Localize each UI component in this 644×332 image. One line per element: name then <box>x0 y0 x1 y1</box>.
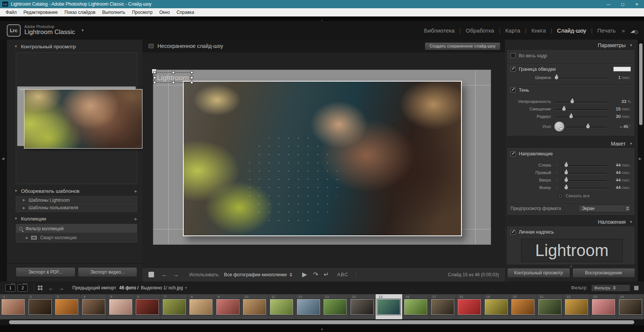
filmstrip-thumbnail[interactable]: 18 <box>456 294 483 319</box>
thumbnail-image[interactable] <box>619 299 642 315</box>
margin-link-checkbox[interactable] <box>555 186 559 190</box>
smart-collections-row[interactable]: ▶ Смарт-коллекции <box>16 233 137 242</box>
slider-track[interactable] <box>555 106 607 112</box>
guides-row[interactable]: Направляющие <box>511 149 631 158</box>
panel-down-icon[interactable]: ▼ <box>629 43 633 47</box>
thumbnail-image[interactable] <box>28 299 52 315</box>
back-arrow-icon[interactable]: ← <box>48 285 54 291</box>
slider-track[interactable] <box>562 170 607 175</box>
module-tab[interactable]: Слайд-шоу <box>546 27 586 34</box>
filter-dropdown[interactable]: Фильтры выключ... <box>591 284 630 292</box>
dropdown-stepper-icon[interactable] <box>613 286 629 290</box>
slider-thumb[interactable] <box>569 115 573 119</box>
slider-thumb[interactable] <box>564 163 568 167</box>
thumbnail-image[interactable] <box>109 299 132 315</box>
module-tab[interactable]: Печать <box>586 27 616 34</box>
slider-track[interactable] <box>567 124 607 129</box>
thumbnail-image[interactable] <box>1 299 25 315</box>
menu-item[interactable]: Показ слайдов <box>61 8 99 16</box>
filmstrip-caret-icon[interactable]: ▾ <box>185 286 187 290</box>
preview-button[interactable]: Контрольный просмотр <box>507 268 570 278</box>
left-panel-collapse-strip[interactable]: ◀ <box>0 40 7 281</box>
thumbnail-image[interactable] <box>216 299 240 315</box>
close-icon[interactable]: ✕ <box>630 0 644 8</box>
filmstrip-thumbnail[interactable]: 23 <box>590 294 617 319</box>
bottom-panel-collapse[interactable]: ▼ <box>0 325 644 332</box>
panel-down-icon[interactable]: ▼ <box>14 189 18 193</box>
thumbnail-image[interactable] <box>485 299 508 315</box>
filmstrip-thumbnail[interactable]: 13 <box>322 294 349 319</box>
right-panel-scrollbar[interactable] <box>639 43 643 125</box>
resize-handle[interactable] <box>172 81 175 84</box>
resize-handle[interactable] <box>190 71 193 74</box>
export-video-button[interactable]: Экспорт видео... <box>78 267 138 277</box>
checkbox-checked[interactable] <box>511 67 515 71</box>
preview-panel-header[interactable]: ▼ Контрольный просмотр <box>7 42 142 51</box>
create-saved-slideshow-button[interactable]: Создать сохраненное слайд-шоу <box>425 42 500 50</box>
module-tab[interactable]: Библиотека <box>424 27 455 34</box>
collapse-right-icon[interactable]: ▶ <box>639 156 642 161</box>
module-tab[interactable]: Обработка <box>455 27 494 34</box>
filmstrip-thumbnail[interactable]: 2 <box>27 294 54 319</box>
panel-down-icon[interactable]: ▼ <box>629 220 633 224</box>
options-header[interactable]: Параметры ▼ <box>505 42 637 49</box>
slider-track[interactable] <box>562 177 607 183</box>
checkbox-checked[interactable] <box>511 152 515 156</box>
slider-thumb[interactable] <box>570 100 574 104</box>
filmstrip-thumbnail[interactable]: 15 <box>376 294 403 319</box>
slider-track[interactable] <box>555 99 607 104</box>
layout-header[interactable]: Макет ▼ <box>505 140 637 148</box>
grid-view-icon[interactable] <box>38 286 42 290</box>
thumbnail-image[interactable] <box>270 299 293 315</box>
resize-handle[interactable] <box>153 81 156 84</box>
panel-down-icon[interactable]: ▼ <box>14 45 18 48</box>
filmstrip-thumbnail[interactable]: 7 <box>161 294 188 319</box>
expand-right-icon[interactable]: ▶ <box>23 206 25 210</box>
angle-knob[interactable] <box>554 121 565 132</box>
shadow-row[interactable]: Тень <box>511 86 631 95</box>
thumbnail-image[interactable] <box>189 299 213 315</box>
filmstrip-thumbnail[interactable]: 11 <box>268 294 295 319</box>
template-folder-row[interactable]: ▶ Шаблоны Lightroom <box>16 197 137 204</box>
thumbnail-image[interactable] <box>136 299 159 315</box>
link-all-checkbox[interactable] <box>559 194 563 198</box>
margin-link-checkbox[interactable] <box>555 163 559 167</box>
thumbnail-image[interactable] <box>458 299 481 315</box>
collections-header[interactable]: ▼ Коллекции + <box>7 214 142 223</box>
filmstrip-scrollbar-track[interactable] <box>0 319 644 325</box>
preview-format-dropdown[interactable]: Экран <box>578 205 631 212</box>
filmstrip-thumbnail[interactable]: 16 <box>403 294 430 319</box>
slider-track[interactable] <box>562 185 607 190</box>
menu-item[interactable]: Редактирование <box>20 8 61 16</box>
panel-down-icon[interactable]: ▼ <box>629 142 633 146</box>
thumbnail-image[interactable] <box>377 299 400 315</box>
use-stepper-icon[interactable] <box>289 273 292 277</box>
previous-slide-icon[interactable]: ← <box>162 271 168 278</box>
resize-handle[interactable] <box>190 81 193 84</box>
thumbnail-image[interactable] <box>565 299 588 315</box>
collapse-caret-icon[interactable]: ▾ <box>570 265 572 268</box>
filmstrip-thumbnail[interactable]: 17 <box>429 294 456 319</box>
slider-track[interactable] <box>555 114 607 119</box>
slider-thumb[interactable] <box>564 171 568 175</box>
template-folder-row[interactable]: ▶ Шаблоны пользователя <box>16 204 137 211</box>
filmstrip-source[interactable]: Предыдущий импорт <box>72 285 116 290</box>
filmstrip-thumbnail[interactable]: 10 <box>241 294 268 319</box>
thumbnail-image[interactable] <box>511 299 535 315</box>
resize-handle[interactable] <box>172 71 175 74</box>
use-dropdown[interactable]: Все фотографии кинопленки <box>224 272 287 277</box>
minimize-icon[interactable]: — <box>601 0 616 8</box>
thumbnail-image[interactable] <box>55 299 78 315</box>
filmstrip-thumbnail[interactable]: 1 <box>0 294 27 319</box>
menu-item[interactable]: Справка <box>173 8 198 16</box>
watermark-selection[interactable]: Lightroom <box>154 72 192 83</box>
identity-plate-row[interactable]: Личная надпись <box>511 228 631 237</box>
stroke-border-row[interactable]: Граница обводки <box>511 65 631 74</box>
filmstrip-thumbnail[interactable]: 19 <box>483 294 510 319</box>
cloud-sync-icon[interactable]: ☁ <box>630 27 637 34</box>
filmstrip-thumbnail[interactable]: 21 <box>537 294 564 319</box>
menu-item[interactable]: Просмотр <box>129 8 156 16</box>
filmstrip-thumbnail[interactable]: 5 <box>107 294 134 319</box>
playback-button[interactable]: Воспроизведение <box>572 268 635 278</box>
link-all-row[interactable]: Связать все <box>511 191 631 200</box>
